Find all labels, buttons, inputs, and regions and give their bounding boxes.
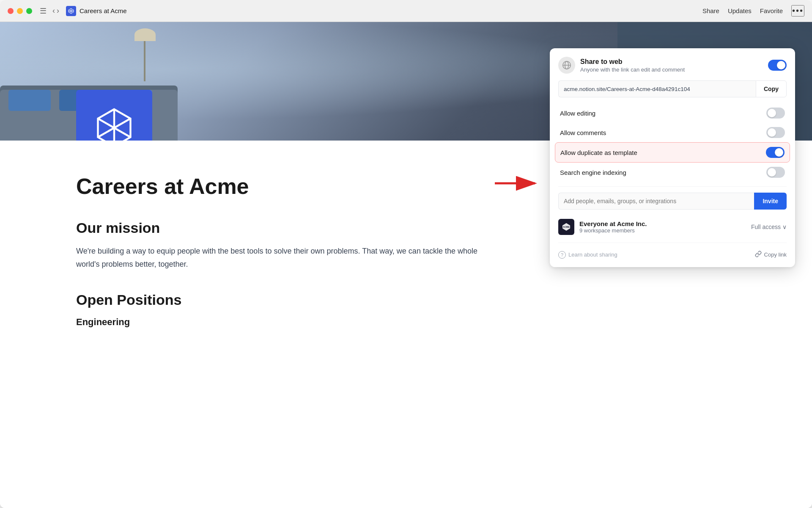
positions-heading: Open Positions: [76, 292, 736, 308]
maximize-button[interactable]: [26, 8, 32, 14]
invite-row: Invite: [558, 193, 787, 210]
share-web-title: Share to web: [580, 58, 763, 66]
copy-button[interactable]: Copy: [756, 80, 787, 97]
search-engine-knob: [768, 168, 776, 177]
share-popup: Share to web Anyone with the link can ed…: [550, 48, 795, 267]
engineering-heading: Engineering: [76, 317, 736, 328]
learn-label: Learn about sharing: [568, 251, 617, 258]
member-avatar: ACME: [558, 219, 574, 235]
allow-editing-row: Allow editing: [558, 103, 787, 123]
favorite-button[interactable]: Favorite: [760, 7, 783, 14]
allow-editing-knob: [768, 109, 776, 117]
url-input[interactable]: [558, 80, 756, 97]
svg-text:ACME: ACME: [563, 226, 570, 228]
mission-text: We're building a way to equip people wit…: [76, 245, 499, 271]
member-count: 9 workspace members: [579, 227, 746, 234]
chevron-down-icon: ∨: [782, 224, 787, 230]
member-row: ACME Everyone at Acme Inc. 9 workspace m…: [558, 215, 787, 238]
divider-2: [558, 243, 787, 243]
share-web-toggle[interactable]: [768, 60, 787, 71]
globe-icon: [558, 57, 575, 74]
allow-duplicate-knob: [775, 148, 783, 157]
page-logo: [76, 90, 152, 141]
allow-duplicate-label: Allow duplicate as template: [560, 149, 637, 156]
search-engine-toggle[interactable]: [766, 167, 785, 178]
updates-button[interactable]: Updates: [728, 7, 752, 14]
arrow-annotation: [491, 173, 541, 196]
page-icon-title: Careers at Acme: [66, 6, 127, 16]
titlebar: ☰ ‹ › Careers at Acme Share Updates Favo…: [0, 0, 812, 22]
question-icon: ?: [558, 251, 566, 259]
member-info: Everyone at Acme Inc. 9 workspace member…: [579, 220, 746, 234]
lamp-shade: [134, 28, 156, 41]
invite-input[interactable]: [558, 193, 754, 210]
close-button[interactable]: [8, 8, 14, 14]
share-web-subtitle: Anyone with the link can edit and commen…: [580, 66, 763, 73]
invite-button[interactable]: Invite: [754, 193, 787, 210]
copy-link-label: Copy link: [764, 251, 787, 258]
access-label-text: Full access: [751, 224, 781, 230]
page-icon: [66, 6, 76, 16]
allow-duplicate-toggle[interactable]: [766, 147, 785, 158]
allow-comments-label: Allow comments: [560, 129, 606, 136]
allow-editing-label: Allow editing: [560, 110, 595, 117]
sidebar-toggle-icon[interactable]: ☰: [40, 6, 47, 16]
allow-comments-row: Allow comments: [558, 123, 787, 142]
app-window: ☰ ‹ › Careers at Acme Share Updates Favo…: [0, 0, 812, 508]
cushion-1: [8, 90, 51, 111]
share-web-text: Share to web Anyone with the link can ed…: [580, 58, 763, 73]
popup-footer: ? Learn about sharing Copy link: [558, 247, 787, 259]
allow-comments-toggle[interactable]: [766, 127, 785, 138]
share-web-row: Share to web Anyone with the link can ed…: [558, 57, 787, 74]
back-button[interactable]: ‹: [52, 6, 55, 15]
allow-editing-toggle[interactable]: [766, 108, 785, 119]
search-engine-row: Search engine indexing: [558, 163, 787, 182]
traffic-lights: [8, 8, 32, 14]
access-dropdown[interactable]: Full access ∨: [751, 224, 787, 230]
member-name: Everyone at Acme Inc.: [579, 220, 746, 227]
share-button[interactable]: Share: [702, 7, 719, 14]
nav-arrows: ‹ ›: [52, 6, 59, 15]
url-row: Copy: [558, 80, 787, 97]
minimize-button[interactable]: [17, 8, 23, 14]
main-content: Careers at Acme Our mission We're buildi…: [0, 22, 812, 508]
forward-button[interactable]: ›: [57, 6, 59, 15]
copy-link-icon: [755, 251, 762, 259]
share-web-toggle-knob: [777, 61, 785, 69]
divider-1: [558, 186, 787, 187]
allow-duplicate-row: Allow duplicate as template: [555, 142, 790, 163]
copy-link-button[interactable]: Copy link: [755, 251, 787, 259]
more-button[interactable]: •••: [791, 5, 804, 17]
page-title: Careers at Acme: [80, 7, 127, 14]
allow-comments-knob: [768, 128, 776, 137]
titlebar-actions: Share Updates Favorite •••: [702, 5, 804, 17]
learn-link[interactable]: ? Learn about sharing: [558, 251, 617, 259]
search-engine-label: Search engine indexing: [560, 169, 626, 176]
